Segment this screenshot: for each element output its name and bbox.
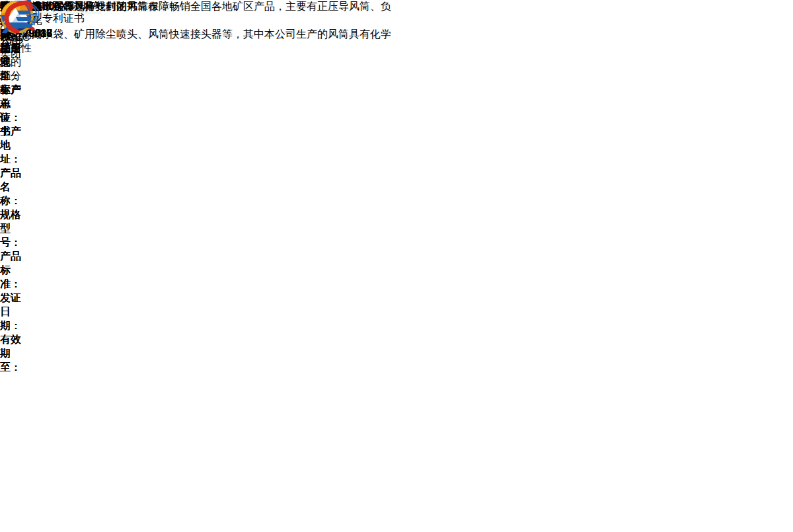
red-swoosh-ties-logo — [0, 24, 37, 35]
field-label: 发证日期： — [0, 292, 21, 331]
field-label: 产品标准： — [0, 250, 21, 289]
client-logo-card[interactable] — [0, 0, 37, 36]
field-label: 有效期至： — [0, 334, 21, 373]
field-label: 规格型号： — [0, 209, 21, 248]
field-label: 产品名称： — [0, 167, 21, 206]
intro-line: 筒、隔爆水袋、矿用除尘喷头、风筒快速接头器等，其中本公司生产的风筒具有化学稳定性 — [0, 28, 397, 56]
client-name-label: 兴创集团 — [0, 34, 21, 59]
field-label: 生产地址： — [0, 126, 21, 165]
